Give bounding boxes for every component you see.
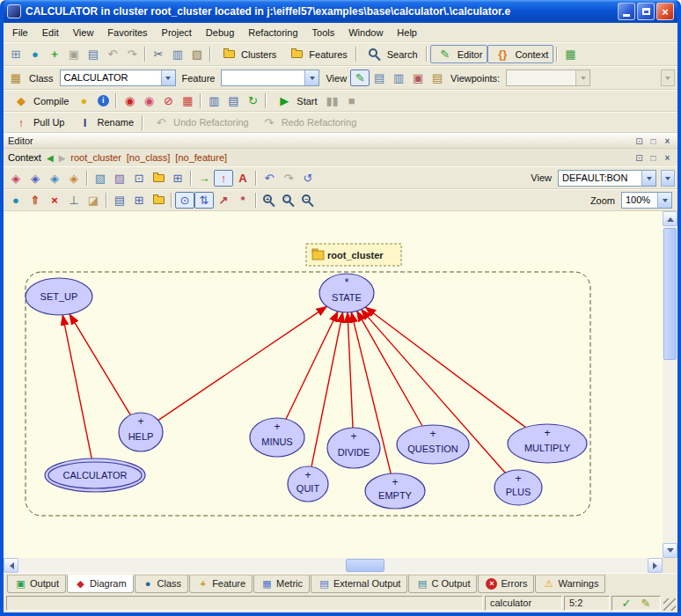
redo-refactoring-button[interactable]: ↷ Redo Refactoring [254, 114, 362, 132]
print-diagram-icon[interactable]: ▨ [110, 169, 129, 187]
run-no-breakpoints-icon[interactable]: ◉ [139, 92, 158, 110]
menu-debug[interactable]: Debug [199, 25, 241, 40]
save-icon[interactable]: ▣ [64, 46, 84, 63]
paste-icon[interactable]: ▧ [187, 46, 207, 63]
ancestor-links-icon[interactable]: ◈ [64, 169, 84, 187]
view-menu-icon[interactable] [661, 170, 675, 187]
menu-favorites[interactable]: Favorites [100, 25, 154, 40]
pause-icon[interactable]: ▮▮ [323, 92, 342, 110]
zoom-in-icon[interactable]: + [260, 192, 279, 209]
info-icon[interactable]: i [93, 92, 113, 110]
titlebar[interactable]: CALCULATOR in cluster root_cluster locat… [4, 0, 677, 23]
class-node-QUESTION[interactable]: +QUESTION [397, 425, 469, 464]
close-button[interactable] [656, 3, 674, 20]
pull-up-button[interactable]: ↑ Pull Up [6, 114, 70, 132]
reset-layout-icon[interactable]: ⇑ [26, 192, 45, 209]
up-to-parent-cluster-icon[interactable]: ↑ [214, 170, 233, 187]
tab-warnings[interactable]: ⚠Warnings [535, 575, 605, 593]
subcluster-folder-icon[interactable] [149, 192, 168, 209]
copy-icon[interactable]: ▥ [168, 46, 187, 63]
inheritance-edge-HELP-SET_UP[interactable] [70, 314, 130, 415]
flat-view-icon[interactable]: ▥ [389, 70, 408, 87]
contract-view-icon[interactable]: ▣ [408, 70, 428, 87]
tab-class[interactable]: ●Class [135, 575, 189, 593]
sort-order-toggle-icon[interactable]: ⇅ [194, 192, 214, 209]
class-node-DIVIDE[interactable]: +DIVIDE [327, 428, 380, 468]
history-back-icon[interactable] [47, 152, 54, 163]
scroll-down-icon[interactable] [663, 543, 677, 558]
rename-button[interactable]: I Rename [70, 114, 139, 132]
diagram-redo-icon[interactable]: ↷ [279, 169, 298, 187]
minimize-button[interactable] [618, 3, 635, 20]
quality-tool-icon[interactable]: * [233, 192, 253, 209]
context-toggle-button[interactable]: {} Context [487, 45, 553, 63]
menu-view[interactable]: View [66, 25, 101, 40]
vertical-scrollbar[interactable] [663, 211, 677, 558]
tab-external-output[interactable]: ▤External Output [311, 575, 407, 593]
split-pane-icon[interactable]: ▥ [204, 92, 223, 110]
new-window-icon[interactable]: ⊞ [6, 46, 26, 63]
horizontal-scroll-thumb[interactable] [346, 559, 384, 572]
compile-button[interactable]: ◆ Compile [6, 92, 74, 110]
class-node-EMPTY[interactable]: +EMPTY [365, 473, 425, 509]
auto-layout-icon[interactable]: ● [6, 192, 26, 209]
stop-icon[interactable]: ■ [342, 92, 362, 110]
menu-edit[interactable]: Edit [35, 25, 66, 40]
open-icon[interactable]: ● [26, 46, 45, 63]
class-node-CALCULATOR[interactable]: CALCULATOR [45, 458, 145, 492]
new-tab-view-icon[interactable]: ▤ [370, 70, 389, 87]
menu-tools[interactable]: Tools [305, 25, 342, 40]
context-cluster[interactable]: root_cluster [70, 152, 121, 163]
new-view-window-icon[interactable]: ⊞ [168, 169, 187, 187]
class-combo-arrow-icon[interactable] [161, 70, 175, 85]
eraser-icon[interactable]: ◪ [84, 192, 103, 209]
external-commands-icon[interactable]: ▦ [560, 46, 580, 63]
features-button[interactable]: Features [282, 45, 352, 63]
freeze-icon[interactable]: ● [74, 92, 93, 110]
resize-grip[interactable] [663, 598, 676, 611]
run-icon[interactable]: ◉ [120, 92, 139, 110]
close-context-icon[interactable] [662, 153, 673, 163]
force-layout-toggle-icon[interactable]: ⊙ [175, 192, 194, 209]
feature-combobox[interactable] [221, 70, 319, 86]
zoom-out-icon[interactable]: − [298, 192, 318, 209]
save-all-icon[interactable]: ▤ [84, 46, 103, 63]
diagram-history-icon[interactable]: ↺ [298, 169, 318, 187]
maximize-panel-icon[interactable] [648, 136, 659, 146]
anchor-icon[interactable]: ⊥ [64, 192, 84, 209]
class-relations-icon[interactable]: ◈ [6, 169, 26, 187]
menu-file[interactable]: File [5, 25, 35, 40]
diagram-view-arrow-icon[interactable] [641, 171, 655, 186]
supplier-links-icon[interactable]: ◈ [45, 169, 64, 187]
tab-errors[interactable]: ×Errors [478, 575, 534, 593]
class-node-HELP[interactable]: +HELP [119, 413, 163, 451]
close-panel-icon[interactable] [662, 136, 673, 146]
tab-c-output[interactable]: ▤C Output [408, 575, 477, 593]
tab-metric[interactable]: ▦Metric [253, 575, 310, 593]
new-item-icon[interactable]: + [45, 46, 64, 63]
saved-check-icon[interactable]: ✓ [617, 594, 636, 612]
scroll-up-icon[interactable] [663, 211, 677, 226]
class-combobox[interactable]: CALCULATOR [60, 70, 176, 86]
delete-item-icon[interactable]: × [45, 192, 64, 209]
cluster-relations-icon[interactable]: ◈ [26, 169, 45, 187]
menu-help[interactable]: Help [390, 25, 424, 40]
class-node-MINUS[interactable]: +MINUS [250, 418, 304, 457]
class-node-QUIT[interactable]: +QUIT [288, 466, 328, 502]
breakpoints-icon[interactable]: ▦ [178, 92, 197, 110]
address-bar-icon[interactable]: ▦ [6, 70, 26, 87]
cluster-label[interactable]: root_cluster [306, 244, 401, 266]
inheritance-edge-DIVIDE-STATE[interactable] [348, 312, 353, 428]
undo-refactoring-button[interactable]: ↶ Undo Refactoring [146, 114, 254, 132]
menu-window[interactable]: Window [341, 25, 390, 40]
tab-diagram[interactable]: ◆Diagram [67, 575, 134, 593]
diagram-view-combobox[interactable]: DEFAULT:BON [558, 170, 656, 187]
feature-combo-arrow-icon[interactable] [304, 70, 319, 85]
go-to-target-icon[interactable]: → [194, 169, 214, 187]
console-pane-icon[interactable]: ▤ [223, 92, 243, 110]
interface-view-icon[interactable]: ▤ [428, 70, 447, 87]
class-node-MULTIPLY[interactable]: +MULTIPLY [508, 424, 587, 463]
scroll-right-icon[interactable] [648, 558, 663, 573]
new-layer-icon[interactable]: ▤ [110, 192, 129, 209]
inheritance-edge-CALCULATOR-SET_UP[interactable] [62, 315, 92, 458]
